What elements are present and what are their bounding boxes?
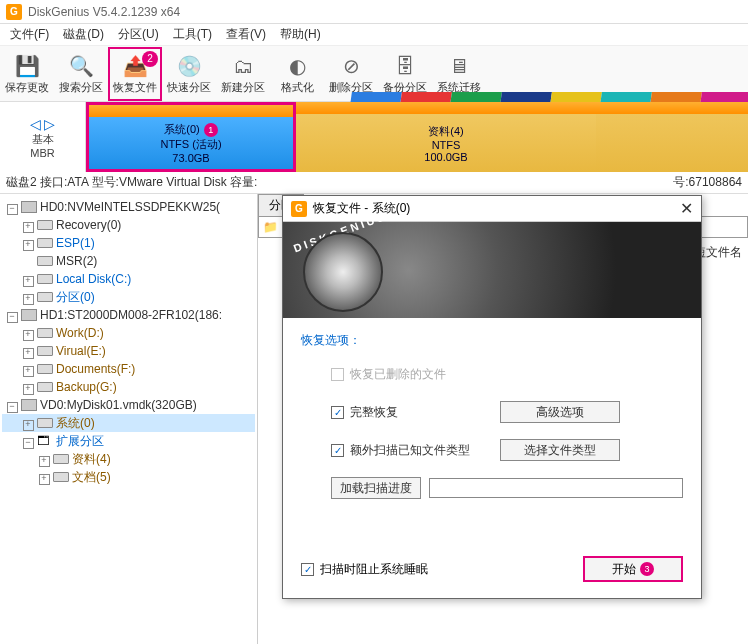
label-extra: 额外扫描已知文件类型 xyxy=(350,442,500,459)
tree-localc[interactable]: Local Disk(C:) xyxy=(2,270,255,288)
backup-icon: 🗄 xyxy=(391,52,419,80)
disk-nav: ◁ ▷ 基本 MBR xyxy=(0,102,86,172)
label-deleted: 恢复已删除的文件 xyxy=(350,366,500,383)
disk-status: 磁盘2 接口:ATA 型号:VMware Virtual Disk 容量: 号:… xyxy=(0,172,748,194)
menu-disk[interactable]: 磁盘(D) xyxy=(57,24,110,45)
window-title: DiskGenius V5.4.2.1239 x64 xyxy=(28,5,180,19)
format-icon: ◐ xyxy=(283,52,311,80)
checkbox-deleted[interactable] xyxy=(331,368,344,381)
menu-tools[interactable]: 工具(T) xyxy=(167,24,218,45)
delete-icon: ⊘ xyxy=(337,52,365,80)
tree-part0[interactable]: 分区(0) xyxy=(2,288,255,306)
step-badge-3: 3 xyxy=(640,562,654,576)
ext-icon: 🗔 xyxy=(37,435,53,447)
tree-viruale[interactable]: Virual(E:) xyxy=(2,342,255,360)
filetype-button[interactable]: 选择文件类型 xyxy=(500,439,620,461)
partition-icon xyxy=(37,363,53,375)
partition-icon xyxy=(37,327,53,339)
disk-map: ◁ ▷ 基本 MBR 系统(0)1 NTFS (活动) 73.0GB 资料(4)… xyxy=(0,102,748,172)
checkbox-full[interactable]: ✓ xyxy=(331,406,344,419)
titlebar: G DiskGenius V5.4.2.1239 x64 xyxy=(0,0,748,24)
partition-icon xyxy=(37,291,53,303)
progress-path-input[interactable] xyxy=(429,478,683,498)
disk-info-text: 磁盘2 接口:ATA 型号:VMware Virtual Disk 容量: xyxy=(6,174,257,191)
recover-files-button[interactable]: 📤恢复文件2 xyxy=(108,47,162,101)
tree-msr[interactable]: MSR(2) xyxy=(2,252,255,270)
disk-info-right: 号:67108864 xyxy=(673,174,742,191)
label-sleep: 扫描时阻止系统睡眠 xyxy=(320,561,428,578)
tree-data4[interactable]: 资料(4) xyxy=(2,450,255,468)
tree-docsf[interactable]: Documents(F:) xyxy=(2,360,255,378)
load-progress-button[interactable]: 加载扫描进度 xyxy=(331,477,421,499)
app-logo-icon: G xyxy=(6,4,22,20)
partition-icon xyxy=(37,345,53,357)
step-badge-2: 2 xyxy=(142,51,158,67)
partition-icon xyxy=(37,417,53,429)
start-button[interactable]: 开始 3 xyxy=(583,556,683,582)
options-header: 恢复选项： xyxy=(301,332,683,349)
disk-icon xyxy=(21,201,37,213)
partition-system[interactable]: 系统(0)1 NTFS (活动) 73.0GB xyxy=(86,102,296,172)
partition-strip: 系统(0)1 NTFS (活动) 73.0GB 资料(4) NTFS 100.0… xyxy=(86,102,748,172)
stack-icon: 🗂 xyxy=(229,52,257,80)
folder-icon[interactable]: 📁 xyxy=(263,220,278,234)
disk-icon xyxy=(21,309,37,321)
search-icon: 🔍 xyxy=(67,52,95,80)
partition-icon xyxy=(37,237,53,249)
close-button[interactable]: ✕ xyxy=(680,199,693,218)
partition-table-label: MBR xyxy=(30,147,54,159)
tree-backupg[interactable]: Backup(G:) xyxy=(2,378,255,396)
tree-hd0[interactable]: HD0:NVMeINTELSSDPEKKW25( xyxy=(2,198,255,216)
toolbar: 💾保存更改 🔍搜索分区 📤恢复文件2 💿快速分区 🗂新建分区 ◐格式化 ⊘删除分… xyxy=(0,46,748,102)
dialog-titlebar: G 恢复文件 - 系统(0) ✕ xyxy=(283,196,701,222)
partition-icon xyxy=(37,255,53,267)
disc-icon: 💿 xyxy=(175,52,203,80)
menubar: 文件(F) 磁盘(D) 分区(U) 工具(T) 查看(V) 帮助(H) xyxy=(0,24,748,46)
format-button[interactable]: ◐格式化 xyxy=(270,47,324,101)
new-partition-button[interactable]: 🗂新建分区 xyxy=(216,47,270,101)
dialog-title: 恢复文件 - 系统(0) xyxy=(313,200,410,217)
checkbox-sleep[interactable]: ✓ xyxy=(301,563,314,576)
tree-sys0[interactable]: 系统(0) xyxy=(2,414,255,432)
tree-hd1[interactable]: HD1:ST2000DM008-2FR102(186: xyxy=(2,306,255,324)
partition-icon xyxy=(53,471,69,483)
dialog-footer: ✓ 扫描时阻止系统睡眠 开始 3 xyxy=(301,556,683,582)
tree-vd0[interactable]: VD0:MyDisk01.vmdk(320GB) xyxy=(2,396,255,414)
checkbox-extra[interactable]: ✓ xyxy=(331,444,344,457)
tree-workd[interactable]: Work(D:) xyxy=(2,324,255,342)
partition-icon xyxy=(37,273,53,285)
disk-tree: HD0:NVMeINTELSSDPEKKW25( Recovery(0) ESP… xyxy=(0,194,258,644)
menu-file[interactable]: 文件(F) xyxy=(4,24,55,45)
tree-recovery[interactable]: Recovery(0) xyxy=(2,216,255,234)
partition-icon xyxy=(37,381,53,393)
disk-type-label: 基本 xyxy=(32,132,54,147)
menu-help[interactable]: 帮助(H) xyxy=(274,24,327,45)
save-icon: 💾 xyxy=(13,52,41,80)
recover-dialog: G 恢复文件 - 系统(0) ✕ DISKGENIUS 恢复选项： 恢复已删除的… xyxy=(282,195,702,599)
partition-rest[interactable] xyxy=(596,102,748,172)
tree-ext[interactable]: 🗔扩展分区 xyxy=(2,432,255,450)
dialog-banner: DISKGENIUS xyxy=(283,222,701,318)
menu-view[interactable]: 查看(V) xyxy=(220,24,272,45)
dialog-body: 恢复选项： 恢复已删除的文件 ✓ 完整恢复 高级选项 ✓ 额外扫描已知文件类型 … xyxy=(283,318,701,529)
dialog-logo-icon: G xyxy=(291,201,307,217)
partition-icon xyxy=(53,453,69,465)
partition-data[interactable]: 资料(4) NTFS 100.0GB xyxy=(296,102,596,172)
tree-esp[interactable]: ESP(1) xyxy=(2,234,255,252)
migrate-icon: 🖥 xyxy=(445,52,473,80)
save-changes-button[interactable]: 💾保存更改 xyxy=(0,47,54,101)
advanced-button[interactable]: 高级选项 xyxy=(500,401,620,423)
label-full: 完整恢复 xyxy=(350,404,500,421)
search-partition-button[interactable]: 🔍搜索分区 xyxy=(54,47,108,101)
step-badge-1: 1 xyxy=(204,123,218,137)
menu-partition[interactable]: 分区(U) xyxy=(112,24,165,45)
nav-arrows-icon[interactable]: ◁ ▷ xyxy=(30,116,56,132)
partition-icon xyxy=(37,219,53,231)
tree-doc5[interactable]: 文档(5) xyxy=(2,468,255,486)
quick-partition-button[interactable]: 💿快速分区 xyxy=(162,47,216,101)
disk-icon xyxy=(21,399,37,411)
